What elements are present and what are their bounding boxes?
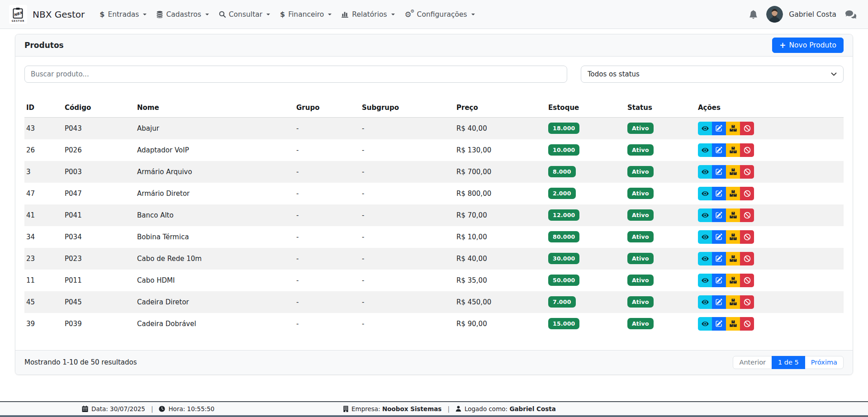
cell-subgrupo: - xyxy=(360,226,455,248)
brand[interactable]: NBX GESTOR NBX Gestor xyxy=(9,5,85,24)
disable-button[interactable] xyxy=(740,230,754,244)
search-input[interactable] xyxy=(24,66,567,83)
cell-acoes xyxy=(696,291,844,313)
building-icon xyxy=(343,406,348,412)
cell-acoes xyxy=(696,183,844,204)
menu-configuracoes[interactable]: ⚙⚙ Configurações xyxy=(400,7,480,22)
edit-button[interactable] xyxy=(712,122,726,135)
card-footer: Mostrando 1-10 de 50 resultados Anterior… xyxy=(15,350,853,374)
cell-codigo: P045 xyxy=(63,291,135,313)
pagination-previous[interactable]: Anterior xyxy=(733,356,772,369)
logo-subtext: GESTOR xyxy=(12,19,25,22)
disable-button[interactable] xyxy=(740,122,754,135)
user-avatar[interactable] xyxy=(766,6,783,23)
edit-button[interactable] xyxy=(712,143,726,157)
boxes-icon xyxy=(730,212,737,219)
notifications-button[interactable] xyxy=(749,10,758,19)
stock-button[interactable] xyxy=(726,187,740,200)
statusbar-session: Empresa: Noobox Sistemas | Logado como: … xyxy=(343,402,556,415)
menu-relatorios[interactable]: Relatórios xyxy=(337,7,399,22)
products-table: ID Código Nome Grupo Subgrupo Preço Esto… xyxy=(24,100,844,335)
menu-cadastros[interactable]: Cadastros xyxy=(152,7,213,22)
cell-codigo: P011 xyxy=(63,270,135,291)
stock-button[interactable] xyxy=(726,208,740,222)
eye-icon xyxy=(702,125,709,132)
edit-button[interactable] xyxy=(712,165,726,179)
view-button[interactable] xyxy=(698,143,712,157)
edit-icon xyxy=(716,212,722,218)
app-logo: NBX GESTOR xyxy=(9,5,27,24)
dollar-icon: $ xyxy=(100,10,104,19)
cell-status: Ativo xyxy=(626,291,696,313)
view-button[interactable] xyxy=(698,274,712,287)
cell-estoque: 7.000 xyxy=(546,291,626,313)
ban-icon xyxy=(744,125,751,132)
edit-button[interactable] xyxy=(712,187,726,200)
edit-icon xyxy=(716,147,722,153)
edit-button[interactable] xyxy=(712,317,726,331)
header-subgrupo: Subgrupo xyxy=(360,100,455,118)
cell-estoque: 50.000 xyxy=(546,270,626,291)
view-button[interactable] xyxy=(698,317,712,331)
main-content: Produtos + Novo Produto Todos os status xyxy=(0,29,868,375)
view-button[interactable] xyxy=(698,230,712,244)
disable-button[interactable] xyxy=(740,317,754,331)
view-button[interactable] xyxy=(698,252,712,265)
edit-button[interactable] xyxy=(712,230,726,244)
stock-button[interactable] xyxy=(726,230,740,244)
new-product-button[interactable]: + Novo Produto xyxy=(772,38,844,53)
products-table-body: 43 P043 Abajur - - R$ 40,00 18.000 Ativo xyxy=(24,118,844,335)
eye-icon xyxy=(702,299,709,306)
stock-button[interactable] xyxy=(726,122,740,135)
stock-badge: 2.000 xyxy=(548,188,576,199)
edit-button[interactable] xyxy=(712,295,726,309)
cell-subgrupo: - xyxy=(360,118,455,139)
gears-icon: ⚙⚙ xyxy=(405,10,414,19)
disable-button[interactable] xyxy=(740,143,754,157)
boxes-icon xyxy=(730,233,737,241)
cell-codigo: P039 xyxy=(63,313,135,335)
view-button[interactable] xyxy=(698,187,712,200)
cell-codigo: P026 xyxy=(63,139,135,161)
cell-acoes xyxy=(696,161,844,183)
pagination-next[interactable]: Próxima xyxy=(805,356,844,369)
view-button[interactable] xyxy=(698,295,712,309)
menu-entradas[interactable]: $ Entradas xyxy=(95,6,152,22)
user-name[interactable]: Gabriel Costa xyxy=(789,10,836,19)
navbar-right: Gabriel Costa xyxy=(749,6,856,23)
results-summary: Mostrando 1-10 de 50 resultados xyxy=(24,358,137,366)
header-acoes: Ações xyxy=(696,100,844,118)
disable-button[interactable] xyxy=(740,187,754,200)
row-actions xyxy=(698,208,754,222)
view-button[interactable] xyxy=(698,208,712,222)
stock-button[interactable] xyxy=(726,252,740,265)
cell-id: 3 xyxy=(24,161,63,183)
pagination-current[interactable]: 1 de 5 xyxy=(772,356,805,369)
stock-button[interactable] xyxy=(726,165,740,179)
disable-button[interactable] xyxy=(740,274,754,287)
edit-button[interactable] xyxy=(712,208,726,222)
view-button[interactable] xyxy=(698,165,712,179)
boxes-icon xyxy=(730,277,737,284)
bar-chart-icon xyxy=(342,11,349,18)
status-filter-select[interactable]: Todos os status xyxy=(581,66,844,83)
caret-down-icon xyxy=(266,14,270,15)
messages-button[interactable] xyxy=(845,10,856,19)
menu-consultar[interactable]: Consultar xyxy=(214,7,275,22)
stock-button[interactable] xyxy=(726,317,740,331)
stock-button[interactable] xyxy=(726,274,740,287)
menu-financeiro[interactable]: $ Financeiro xyxy=(275,6,337,22)
stock-button[interactable] xyxy=(726,143,740,157)
stock-button[interactable] xyxy=(726,295,740,309)
disable-button[interactable] xyxy=(740,208,754,222)
caret-down-icon xyxy=(328,14,332,15)
view-button[interactable] xyxy=(698,122,712,135)
header-estoque: Estoque xyxy=(546,100,626,118)
edit-button[interactable] xyxy=(712,252,726,265)
cell-id: 39 xyxy=(24,313,63,335)
ban-icon xyxy=(744,168,751,175)
disable-button[interactable] xyxy=(740,295,754,309)
edit-button[interactable] xyxy=(712,274,726,287)
disable-button[interactable] xyxy=(740,165,754,179)
disable-button[interactable] xyxy=(740,252,754,265)
